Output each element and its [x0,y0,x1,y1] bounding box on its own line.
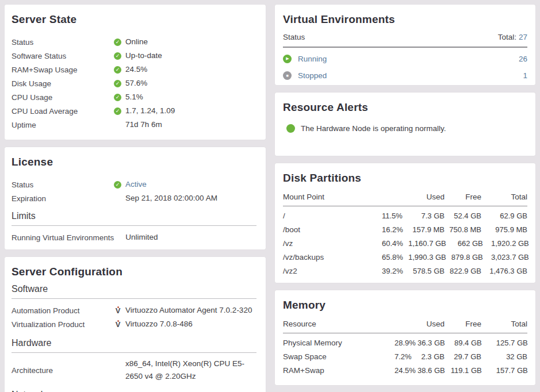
software-section-heading: Software [12,284,256,299]
play-circle-icon [283,55,292,63]
server-state-row: CPU Load Average 1.7, 1.24, 1.09 [12,104,256,118]
panel-title: Resource Alerts [283,101,527,114]
network-section-heading: Network [12,390,256,392]
row-value: Virtuozzo Automator Agent 7.0.2-320 [125,304,252,317]
usage-percent: 39.2% [382,267,408,275]
free-value: 750.8 MB [445,225,481,234]
panel-title: Virtual Environments [283,13,527,26]
panel-title: Server Configuration [12,266,256,278]
row-label: Virtualization Product [12,320,114,329]
server-state-row: RAM+Swap Usage 24.5% [12,63,256,76]
total-value: 125.7 GB [482,339,528,347]
software-row: Automation Product Virtuozzo Automator A… [12,303,256,317]
resource-name: RAM+Swap [283,366,346,375]
free-value: 822.9 GB [445,267,481,275]
virtual-environments-panel: Virtual Environments Status Total: 27 Ru… [275,5,535,85]
row-value: 1.7, 1.24, 1.09 [125,105,175,117]
disk-partition-row: /vz239.2% 578.5 GB 822.9 GB 1,476.3 GB [283,264,527,278]
usage-percent: 28.9% [395,339,418,347]
server-state-row: Status Online [12,35,256,49]
alert-message: The Hardware Node is operating normally. [301,124,446,133]
disk-partition-row: /boot16.2% 157.9 MB 750.8 MB 975.9 MB [283,222,527,236]
total-value: 1,476.3 GB [481,267,527,275]
ve-total-label: Total: [498,33,516,41]
row-value: Sep 21, 2018 02:00:00 AM [125,192,217,205]
software-row: Virtualization Product Virtuozzo 7.0.8-4… [12,317,256,331]
row-label: Uptime [12,121,114,129]
memory-row: Physical Memory28.9% 36.3 GB 89.4 GB 125… [283,336,527,349]
right-column: Virtual Environments Status Total: 27 Ru… [275,5,535,392]
usage-percent: 60.4% [382,239,408,248]
row-label: RAM+Swap Usage [12,66,114,74]
check-circle-icon [114,52,121,60]
mount-point: /vz [283,239,342,248]
ve-running-link[interactable]: Running [298,55,327,63]
row-label: CPU Usage [12,93,114,102]
server-state-row: Disk Usage 57.6% [12,76,256,90]
alert-row: The Hardware Node is operating normally. [283,124,527,133]
panel-title: Server State [12,13,256,26]
row-label: Status [12,38,114,47]
free-value: 52.4 GB [445,212,481,220]
left-column: Server State Status Online Software Stat… [5,5,266,392]
server-state-row: Software Status Up-to-date [12,49,256,63]
mount-point: /vz2 [283,267,342,275]
used-value: 157.9 MB [408,225,445,234]
row-value: 57.6% [125,77,147,90]
row-label: Running Virtual Environments [12,233,114,242]
license-status-row: Status Active [12,178,256,191]
resource-alerts-panel: Resource Alerts The Hardware Node is ope… [275,93,535,156]
row-label: Disk Usage [12,79,114,88]
row-label: Expiration [12,194,114,203]
panel-title: Memory [283,299,527,312]
used-value: 36.3 GB [418,339,445,347]
col-header-mount-point: Mount Point [283,193,347,201]
row-value: Up-to-date [125,49,162,62]
virtuozzo-logo-icon [114,306,122,315]
used-value: 38.6 GB [418,366,445,375]
total-value: 3,023.7 GB [483,253,529,262]
license-limit-row: Running Virtual Environments Unlimited [12,230,256,244]
ve-total-count-link[interactable]: 27 [519,33,527,41]
free-value: 879.8 GB [446,253,483,262]
ve-running-row: Running 26 [283,53,527,64]
dashboard: Server State Status Online Software Stat… [0,0,540,392]
used-value: 1,990.3 GB [408,253,446,262]
memory-panel: Memory Resource Used Free Total Physical… [275,290,535,385]
stop-circle-icon [283,71,292,80]
total-value: 157.7 GB [482,366,528,375]
row-label: Status [12,180,114,189]
ve-running-count-link[interactable]: 26 [519,55,527,63]
col-header-total: Total [481,320,527,328]
col-header-used: Used [347,193,445,201]
server-state-row: CPU Usage 5.1% [12,90,256,104]
ve-stopped-count-link[interactable]: 1 [523,71,527,80]
hardware-section-heading: Hardware [12,338,256,353]
disk-partition-row: /vz/backups65.8% 1,990.3 GB 879.8 GB 3,0… [283,250,527,264]
virtuozzo-logo-icon [114,320,122,329]
check-circle-icon [114,94,121,101]
license-status-link[interactable]: Active [125,178,147,191]
license-panel: License Status Active Expiration Sep 21,… [5,147,266,249]
check-circle-icon [114,80,121,87]
license-expiration-row: Expiration Sep 21, 2018 02:00:00 AM [12,191,256,205]
mount-point: /boot [283,225,342,234]
usage-percent: 7.2% [395,352,418,361]
used-value: 7.3 GB [408,212,445,220]
row-label: Software Status [12,52,114,60]
check-circle-icon [114,39,121,46]
memory-table-header: Resource Used Free Total [283,320,527,333]
row-value: Unlimited [125,231,158,244]
memory-row: Swap Space7.2% 2.3 GB 29.7 GB 32 GB [283,349,527,363]
disk-partition-row: /11.5% 7.3 GB 52.4 GB 62.9 GB [283,209,527,222]
ve-status-header: Status [283,33,305,41]
panel-title: License [12,156,256,168]
row-label: CPU Load Average [12,107,114,116]
total-value: 32 GB [481,352,527,361]
usage-percent: 16.2% [382,225,408,234]
ve-stopped-link[interactable]: Stopped [298,71,327,80]
free-value: 662 GB [446,239,483,248]
total-value: 975.9 MB [481,225,527,234]
mount-point: / [283,212,342,220]
usage-percent: 24.5% [395,366,418,375]
